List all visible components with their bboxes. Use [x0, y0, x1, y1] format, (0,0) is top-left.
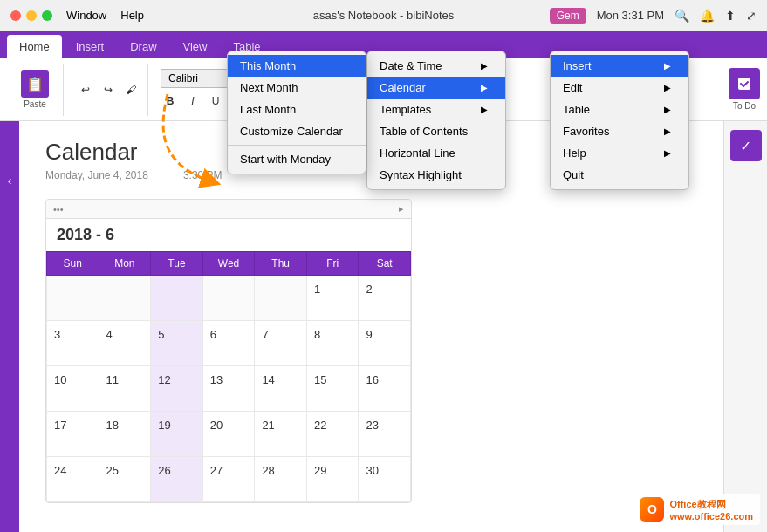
todo-label: To Do	[733, 101, 756, 111]
fullscreen-icon[interactable]: ⤢	[746, 9, 757, 23]
search-icon[interactable]: 🔍	[675, 9, 689, 23]
table-cell: 24	[47, 457, 99, 502]
title-bar: Window Help asas's Notebook - bibiNotes …	[0, 0, 767, 31]
menu-item-favorites[interactable]: Favorites ▶	[551, 120, 688, 142]
menu-item-start-monday[interactable]: Start with Monday	[228, 148, 366, 170]
table-row: 10 11 12 13 14 15 16	[47, 366, 411, 412]
calendar-title: 2018 - 6	[46, 219, 411, 251]
menu-item-next-month[interactable]: Next Month	[228, 77, 366, 99]
help-menu[interactable]: Help	[120, 9, 144, 22]
col-sun: Sun	[47, 252, 99, 276]
table-cell	[202, 276, 255, 321]
table-cell: 13	[202, 366, 255, 412]
table-cell: 19	[151, 412, 203, 457]
tab-view[interactable]: View	[171, 35, 220, 58]
table-cell: 22	[306, 412, 358, 457]
sidebar-toggle[interactable]: ‹	[8, 174, 12, 188]
menu-item-customize-calendar[interactable]: Customize Calendar	[228, 120, 366, 142]
table-cell: 20	[202, 412, 255, 457]
paste-label: Paste	[24, 99, 46, 109]
menu-item-edit[interactable]: Edit ▶	[551, 77, 688, 99]
underline-button[interactable]: U	[206, 92, 225, 111]
gem-submenu: Insert ▶ Edit ▶ Table ▶ Favorites ▶ Help…	[550, 51, 689, 190]
calendar-header-row: Sun Mon Tue Wed Thu Fri Sat	[47, 252, 411, 276]
traffic-lights	[10, 10, 52, 21]
table-row: 24 25 26 27 28 29 30	[47, 457, 411, 502]
table-row: 3 4 5 6 7 8 9	[47, 321, 411, 366]
menu-item-this-month[interactable]: This Month	[228, 55, 366, 77]
watermark-text: Office教程网 www.office26.com	[669, 498, 753, 522]
paste-button[interactable]: 📋 Paste	[14, 66, 56, 113]
arrow-icon: ▶	[664, 148, 671, 158]
maximize-button[interactable]	[42, 10, 52, 21]
menu-item-calendar[interactable]: Calendar ▶	[367, 77, 505, 99]
clipboard-group: 📋 Paste	[7, 64, 64, 116]
table-cell: 2	[359, 276, 411, 321]
col-tue: Tue	[151, 252, 203, 276]
menu-item-help[interactable]: Help ▶	[551, 142, 688, 164]
todo-icon	[729, 68, 760, 99]
close-button[interactable]	[10, 10, 21, 21]
bold-button[interactable]: B	[161, 92, 180, 111]
tab-draw[interactable]: Draw	[118, 35, 168, 58]
menu-item-insert[interactable]: Insert ▶	[551, 55, 688, 77]
table-cell: 27	[202, 457, 255, 502]
col-thu: Thu	[255, 252, 307, 276]
watermark-line2: www.office26.com	[669, 511, 753, 522]
menu-item-templates[interactable]: Templates ▶	[367, 99, 505, 120]
menu-item-table-top[interactable]: Table ▶	[551, 99, 688, 120]
table-cell	[255, 276, 307, 321]
title-bar-right: Gem Mon 3:31 PM 🔍 🔔 ⬆ ⤢	[550, 8, 757, 24]
calendar-options-icon[interactable]: •••	[53, 204, 64, 215]
gem-label[interactable]: Gem	[550, 8, 586, 24]
table-cell: 17	[47, 412, 99, 457]
table-cell: 7	[255, 321, 307, 366]
app-title: asas's Notebook - bibiNotes	[313, 9, 454, 22]
table-cell: 26	[151, 457, 203, 502]
menu-item-horizontal-line[interactable]: Horizontal Line	[367, 142, 505, 164]
arrow-icon: ▶	[664, 83, 671, 92]
table-cell: 6	[202, 321, 255, 366]
table-cell: 15	[306, 366, 358, 412]
table-cell: 28	[255, 457, 307, 502]
table-cell: 11	[99, 366, 151, 412]
tab-home[interactable]: Home	[7, 35, 62, 58]
arrow-icon: ▶	[664, 105, 671, 114]
menu-item-toc[interactable]: Table of Contents	[367, 120, 505, 142]
col-mon: Mon	[99, 252, 151, 276]
arrow-icon: ▶	[664, 61, 671, 71]
table-cell: 21	[255, 412, 307, 457]
calendar-collapse-icon[interactable]: ▸	[399, 203, 404, 215]
calendar-submenu: This Month Next Month Last Month Customi…	[227, 51, 366, 174]
table-cell: 9	[359, 321, 411, 366]
share-icon[interactable]: ⬆	[725, 9, 736, 23]
table-cell: 14	[255, 366, 307, 412]
datetime: Mon 3:31 PM	[597, 9, 664, 22]
format-painter-button[interactable]: 🖌	[121, 80, 140, 99]
italic-button[interactable]: I	[183, 92, 202, 111]
redo-button[interactable]: ↪	[99, 80, 118, 99]
menu-item-datetime[interactable]: Date & Time ▶	[367, 55, 505, 77]
arrow-icon: ▶	[481, 105, 488, 114]
menu-item-quit[interactable]: Quit	[551, 164, 688, 186]
calendar-widget: ••• ▸ 2018 - 6 Sun Mon Tue Wed Thu Fri S…	[45, 199, 412, 503]
watermark: O Office教程网 www.office26.com	[633, 494, 760, 525]
table-cell: 8	[306, 321, 358, 366]
window-menu[interactable]: Window	[66, 9, 106, 22]
table-cell	[47, 276, 99, 321]
table-cell: 16	[359, 366, 411, 412]
table-cell: 10	[47, 366, 99, 412]
undo-button[interactable]: ↩	[76, 80, 95, 99]
tab-insert[interactable]: Insert	[64, 35, 117, 58]
table-cell	[99, 276, 151, 321]
table-cell: 1	[306, 276, 358, 321]
todo-button[interactable]: ✓	[730, 130, 762, 161]
minimize-button[interactable]	[26, 10, 37, 21]
paste-icon: 📋	[21, 70, 49, 98]
menu-item-syntax-highlight[interactable]: Syntax Highlight	[367, 164, 505, 186]
notification-icon[interactable]: 🔔	[700, 9, 715, 23]
menu-separator	[228, 145, 366, 146]
table-cell: 30	[359, 457, 411, 502]
calendar-table: Sun Mon Tue Wed Thu Fri Sat	[46, 251, 411, 502]
menu-item-last-month[interactable]: Last Month	[228, 99, 366, 120]
